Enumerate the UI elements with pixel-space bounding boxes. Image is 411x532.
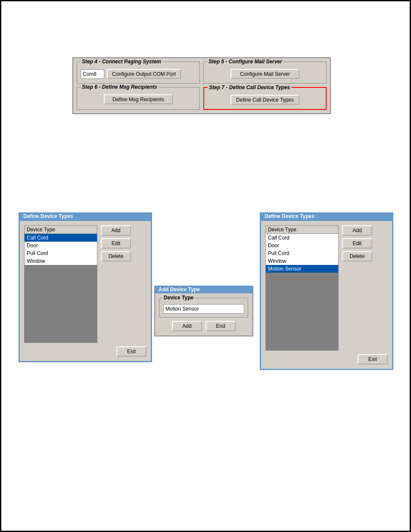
list-empty-area [25, 265, 97, 342]
list-item[interactable]: Window [25, 257, 97, 265]
add-dialog-buttons: Add End [159, 321, 248, 331]
dialog-left-title: Define Device Types [23, 213, 73, 219]
list-item[interactable]: Motion Sensor [266, 265, 338, 273]
exit-button-left[interactable]: Exit [116, 346, 146, 357]
dialog-right-title: Define Device Types [265, 213, 314, 219]
step5-label: Step 5 - Configure Mail Server [207, 59, 283, 65]
step7-label: Step 7 - Define Call Device Types [208, 84, 291, 90]
dialog-right-buttons: Add Edit Delete [342, 225, 372, 351]
edit-button-left[interactable]: Edit [101, 238, 131, 249]
device-type-list-left[interactable]: Device Type Call Cord Door Pull Cord Win… [24, 225, 97, 343]
device-type-list-right[interactable]: Device Type Call Cord Door Pull Cord Win… [265, 225, 339, 351]
com-port-input[interactable] [81, 69, 104, 79]
define-call-device-types-button[interactable]: Define Call Device Types [230, 95, 299, 105]
listbox-area-left: Device Type Call Cord Door Pull Cord Win… [24, 225, 146, 343]
exit-button-right[interactable]: Exit [358, 354, 388, 364]
listbox-area-right: Device Type Call Cord Door Pull Cord Win… [265, 225, 388, 351]
list-item[interactable]: Pull Cord [266, 249, 338, 257]
listbox-left: Device Type Call Cord Door Pull Cord Win… [24, 225, 97, 343]
step7-group: Step 7 - Define Call Device Types Define… [203, 87, 327, 110]
list-header-right: Device Type [266, 226, 338, 234]
add-button-right[interactable]: Add [342, 225, 372, 236]
list-item[interactable]: Door [25, 242, 97, 249]
add-button-dialog[interactable]: Add [172, 321, 202, 331]
wizard-panel: Step 4 - Connect Paging System Configure… [72, 57, 331, 114]
step6-label: Step 6 - Define Msg Recipients [81, 84, 159, 90]
delete-button-left[interactable]: Delete [101, 251, 131, 261]
device-type-legend: Device Type [162, 295, 195, 301]
device-type-input[interactable] [163, 304, 244, 314]
step5-group: Step 5 - Configure Mail Server Configure… [203, 62, 327, 84]
list-item[interactable]: Call Cord [25, 234, 97, 242]
configure-com-port-button[interactable]: Configure Output COM Port [107, 69, 181, 79]
list-item[interactable]: Call Cord [266, 234, 338, 242]
list-header-left: Device Type [25, 226, 97, 234]
end-button-dialog[interactable]: End [206, 321, 236, 331]
step4-label: Step 4 - Connect Paging System [81, 59, 162, 65]
dialog-add: Add Device Type Device Type Add End [154, 286, 253, 336]
exit-row-right: Exit [265, 354, 388, 364]
dialog-left-buttons: Add Edit Delete [101, 225, 131, 343]
listbox-right: Device Type Call Cord Door Pull Cord Win… [265, 225, 339, 351]
edit-button-right[interactable]: Edit [342, 238, 372, 249]
define-msg-recipients-button[interactable]: Define Msg Recipients [104, 94, 173, 104]
step4-group: Step 4 - Connect Paging System Configure… [77, 62, 200, 84]
list-item[interactable]: Door [266, 242, 338, 249]
delete-button-right[interactable]: Delete [342, 251, 372, 261]
configure-mail-server-button[interactable]: Configure Mail Server [230, 69, 299, 79]
list-item[interactable]: Pull Cord [25, 249, 97, 257]
add-button-left[interactable]: Add [101, 225, 131, 236]
list-empty-area-right [266, 273, 338, 350]
exit-row-left: Exit [24, 346, 146, 357]
dialog-left: Define Device Types Device Type Call Cor… [19, 212, 152, 362]
dialog-right: Define Device Types Device Type Call Cor… [260, 212, 393, 370]
list-item[interactable]: Window [266, 257, 338, 265]
device-type-group: Device Type [159, 298, 248, 317]
step6-group: Step 6 - Define Msg Recipients Define Ms… [77, 87, 200, 110]
add-dialog-title: Add Device Type [159, 286, 200, 292]
